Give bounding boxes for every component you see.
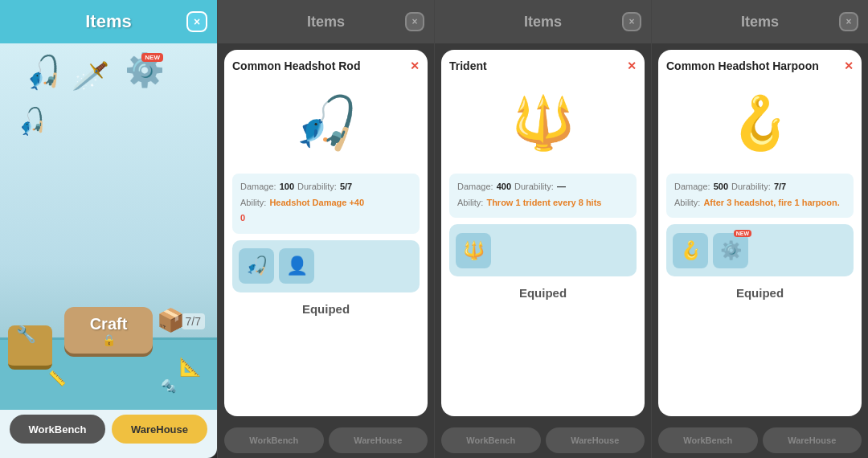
item-card-3-image: 🪝 — [728, 93, 792, 153]
item-card-1-image-area: 🎣 — [232, 79, 420, 167]
item-panel-2-close-button[interactable]: × — [622, 12, 641, 31]
item-card-2-image-area: 🔱 — [449, 79, 637, 167]
item-card-2-title-row: Trident ✕ — [449, 59, 637, 72]
item-card-1-name: Common Headshot Rod — [232, 59, 360, 72]
item-panel-1-bottom-tabs: WorkBench WareHouse — [218, 423, 434, 458]
item-card-2-stats: Damage: 400 Durability: — Ability: Throw… — [449, 174, 637, 218]
workbench-tab-button[interactable]: WorkBench — [10, 415, 105, 444]
craft-area: Craft 🔒 — [64, 307, 153, 354]
item-card-1: Common Headshot Rod ✕ 🎣 Damage: 100 Dura… — [224, 50, 428, 416]
item-card-3-name: Common Headshot Harpoon — [666, 59, 819, 72]
left-panel-bottom-tabs: WorkBench WareHouse — [0, 408, 217, 450]
ability-text-2: Throw 1 trident every 8 hits — [486, 196, 601, 211]
item-card-1-damage-row: Damage: 100 Durability: 5/7 — [240, 180, 411, 194]
recipe-new-badge-3: NEW — [734, 230, 751, 237]
new-badge: NEW — [141, 53, 163, 62]
item-panel-3-header-title: Items — [741, 14, 779, 31]
item-card-1-ability-num-row: 0 — [240, 211, 411, 226]
item-panel-3-close-button[interactable]: × — [839, 12, 858, 31]
durability-label-2: Durability: — [514, 180, 554, 194]
recipe-slot-1-1: 🎣 — [239, 248, 274, 284]
item-card-3-damage-row: Damage: 500 Durability: 7/7 — [674, 180, 845, 194]
ability-label-1: Ability: — [240, 196, 266, 211]
craft-button-label: Craft — [90, 315, 128, 333]
craft-button[interactable]: Craft 🔒 — [64, 307, 153, 354]
item-panel-3: Items × Common Headshot Harpoon ✕ 🪝 Dama… — [651, 0, 868, 458]
craft-lock-icon: 🔒 — [102, 333, 116, 346]
item-panel-1-header: Items × — [218, 0, 434, 43]
item-panel-1: Items × Common Headshot Rod ✕ 🎣 Damage: … — [217, 0, 434, 458]
damage-label-1: Damage: — [240, 180, 276, 194]
item-card-2-recipe: 🔱 — [449, 224, 637, 276]
item-panel-2-workbench-tab[interactable]: WorkBench — [441, 427, 541, 453]
damage-value-2: 400 — [497, 180, 511, 194]
item-card-3-close[interactable]: ✕ — [844, 59, 854, 72]
ability-text-3: After 3 headshot, fire 1 harpoon. — [703, 196, 839, 211]
item-card-2: Trident ✕ 🔱 Damage: 400 Durability: — Ab… — [441, 50, 645, 416]
item-card-2-close[interactable]: ✕ — [627, 59, 637, 72]
item-panel-2-warehouse-tab[interactable]: WareHouse — [546, 427, 645, 453]
item-panel-2-header-title: Items — [524, 14, 562, 31]
scene-misc-3: 📏 — [48, 370, 66, 387]
ability-label-3: Ability: — [674, 196, 700, 211]
item-card-1-recipe: 🎣 👤 — [232, 240, 420, 292]
damage-label-2: Damage: — [457, 180, 493, 194]
durability-value-1: 5/7 — [340, 180, 352, 194]
scene-item-box: 📦 — [157, 307, 185, 333]
warehouse-tab-button[interactable]: WareHouse — [112, 415, 207, 444]
durability-label-3: Durability: — [731, 180, 771, 194]
damage-label-3: Damage: — [674, 180, 710, 194]
left-panel-title: Items — [85, 11, 131, 32]
item-panel-1-header-title: Items — [307, 14, 345, 31]
item-card-1-stats: Damage: 100 Durability: 5/7 Ability: Hea… — [232, 174, 420, 234]
item-card-2-image: 🔱 — [511, 93, 575, 153]
scene-item-new: ⚙️ NEW — [125, 51, 165, 89]
item-panel-1-close-button[interactable]: × — [405, 12, 424, 31]
scene-misc-1: 🔧 — [16, 325, 36, 344]
item-panel-2: Items × Trident ✕ 🔱 Damage: 400 Durabili… — [434, 0, 651, 458]
ability-num-1: 0 — [240, 211, 245, 226]
item-card-3-image-area: 🪝 — [666, 79, 854, 167]
recipe-slot-1-2: 👤 — [279, 248, 314, 284]
item-card-3-title-row: Common Headshot Harpoon ✕ — [666, 59, 854, 72]
item-card-2-ability-row: Ability: Throw 1 trident every 8 hits — [457, 196, 628, 211]
durability-value-3: 7/7 — [774, 180, 786, 194]
recipe-slot-3-1: 🪝 — [673, 233, 708, 268]
item-card-2-equip: Equiped — [449, 283, 637, 303]
right-panels: Items × Common Headshot Rod ✕ 🎣 Damage: … — [217, 0, 868, 458]
item-panel-1-workbench-tab[interactable]: WorkBench — [224, 427, 324, 453]
recipe-slot-2-1: 🔱 — [456, 233, 491, 268]
item-card-3-stats: Damage: 500 Durability: 7/7 Ability: Aft… — [666, 174, 854, 218]
item-panel-2-bottom-tabs: WorkBench WareHouse — [435, 423, 651, 458]
item-card-3-ability-row: Ability: After 3 headshot, fire 1 harpoo… — [674, 196, 845, 211]
item-card-1-ability-row: Ability: Headshot Damage +40 — [240, 196, 411, 211]
recipe-slot-3-2: ⚙️ NEW — [713, 233, 748, 268]
durability-value-2: — — [557, 180, 566, 194]
item-card-3-recipe: 🪝 ⚙️ NEW — [666, 224, 854, 276]
item-panel-3-warehouse-tab[interactable]: WareHouse — [763, 427, 862, 453]
durability-label-1: Durability: — [297, 180, 337, 194]
ability-text-1: Headshot Damage +40 — [269, 196, 364, 211]
right-area: Items × Common Headshot Rod ✕ 🎣 Damage: … — [217, 0, 868, 458]
left-panel-header: Items × — [0, 0, 217, 43]
item-card-1-image: 🎣 — [294, 93, 358, 153]
item-card-1-equip: Equiped — [232, 299, 420, 319]
item-panel-3-workbench-tab[interactable]: WorkBench — [658, 427, 758, 453]
damage-value-3: 500 — [714, 180, 728, 194]
item-card-2-name: Trident — [449, 59, 487, 72]
item-panel-3-bottom-tabs: WorkBench WareHouse — [652, 423, 868, 458]
item-panel-1-warehouse-tab[interactable]: WareHouse — [329, 427, 428, 453]
item-card-1-title-row: Common Headshot Rod ✕ — [232, 59, 420, 72]
scene-area: 🎣 🗡️ ⚙️ NEW 🎣 7/7 📦 🔧 📐 📏 🔩 Craft 🔒 — [0, 43, 217, 410]
scene-misc-4: 🔩 — [161, 378, 177, 394]
scene-item-spear: 🗡️ — [71, 58, 109, 95]
item-card-1-close[interactable]: ✕ — [410, 59, 420, 72]
item-card-2-damage-row: Damage: 400 Durability: — — [457, 180, 628, 194]
damage-value-1: 100 — [280, 180, 294, 194]
left-panel-close-button[interactable]: × — [186, 11, 207, 32]
item-card-3-equip: Equiped — [666, 283, 854, 303]
scene-misc-2: 📐 — [179, 357, 201, 378]
ability-label-2: Ability: — [457, 196, 483, 211]
left-panel: Items × 🎣 🗡️ ⚙️ NEW 🎣 7/7 📦 🔧 📐 📏 🔩 Craf… — [0, 0, 217, 458]
item-panel-2-header: Items × — [435, 0, 651, 43]
